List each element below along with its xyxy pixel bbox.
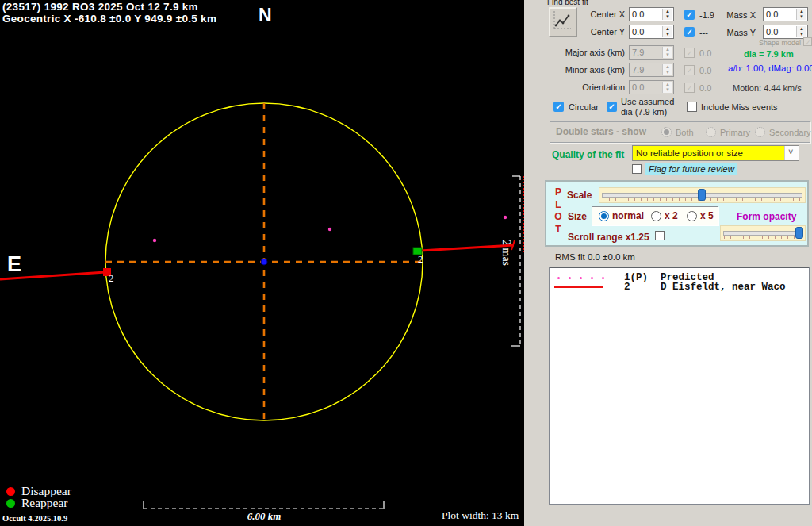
plot-subtitle-geocentric: Geocentric X -610.8 ±0.0 Y 949.9 ±0.5 km (2, 13, 216, 25)
include-miss-checkbox[interactable] (687, 102, 697, 112)
circular-checkbox[interactable] (553, 102, 564, 112)
plot-vertical-label: P L O T (553, 186, 564, 236)
size-normal-radio[interactable] (599, 211, 609, 221)
major-axis-spinner: ▲▼ (662, 47, 672, 58)
size-x2-radio[interactable] (651, 211, 661, 221)
center-x-input[interactable]: 0.0▲▼ (629, 7, 674, 21)
predicted-dot (504, 216, 507, 219)
quality-of-fit-combobox[interactable]: No reliable position or size (632, 145, 799, 161)
minor-axis-adj-value: 0.0 (699, 66, 711, 75)
spin-up-icon: ▲ (797, 26, 806, 32)
spin-down-icon: ▼ (663, 52, 672, 58)
observed-chord-line-icon (554, 286, 603, 288)
mass-x-label: Mass X (722, 10, 756, 20)
double-primary-radio (706, 127, 716, 137)
spin-up-icon: ▲ (663, 26, 672, 32)
scale-label: Scale (567, 190, 592, 201)
observer-listbox[interactable]: 1(P) Predicted 2 D Eisfeldt, near Waco (549, 267, 810, 505)
spin-down-icon: ▼ (663, 87, 672, 93)
center-y-spinner[interactable]: ▲▼ (662, 26, 672, 37)
center-marker (261, 259, 267, 265)
occultation-plot[interactable]: (23517) 1992 RO3 2025 Oct 12 7.9 km Geoc… (0, 0, 524, 526)
size-normal-label: normal (612, 210, 644, 221)
observer-id: 2 (624, 282, 630, 293)
center-y-offset-value: --- (699, 28, 708, 37)
mass-y-spinner[interactable]: ▲▼ (796, 26, 806, 37)
quality-of-fit-label: Quality of the fit (552, 149, 624, 160)
plot-title: (23517) 1992 RO3 2025 Oct 12 7.9 km (2, 1, 198, 13)
fit-chart-icon (552, 10, 573, 32)
mass-y-input[interactable]: 0.0▲▼ (763, 25, 808, 39)
use-assumed-line2: dia (7.9 km) (621, 107, 667, 117)
circular-label: Circular (569, 102, 599, 112)
center-y-label: Center Y (577, 27, 625, 36)
mas-scale-label: 2 mas (500, 240, 512, 266)
scale-slider-thumb[interactable] (698, 189, 706, 201)
spin-up-icon: ▲ (663, 9, 672, 14)
scale-slider[interactable] (599, 187, 806, 203)
plot-controls-box: P L O T Scale Size normal x 2 x 5 Form o… (545, 180, 809, 247)
mass-x-input[interactable]: 0.0▲▼ (763, 7, 808, 21)
spin-up-icon: ▲ (663, 64, 672, 70)
observer-name: D Eisfeldt, near Waco (661, 282, 786, 293)
find-best-fit-button[interactable] (549, 7, 577, 37)
major-axis-label: Major axis (km) (546, 48, 625, 57)
include-miss-label: Include Miss events (701, 102, 778, 112)
shape-model-checkbox[interactable] (803, 37, 812, 46)
motion-readout: Motion: 4.44 km/s (733, 83, 802, 93)
double-secondary-label: Secondary (769, 128, 811, 137)
form-opacity-slider[interactable] (720, 225, 806, 241)
orientation-adj-value: 0.0 (699, 83, 711, 93)
find-best-fit-label: Find best fit (547, 0, 588, 6)
center-x-spinner[interactable]: ▲▼ (662, 9, 672, 20)
use-assumed-dia-checkbox[interactable] (607, 102, 617, 112)
center-x-label: Center X (577, 10, 625, 19)
orientation-input: 0.0▲▼ (629, 80, 674, 94)
major-axis-input: 7.9▲▼ (629, 45, 674, 60)
size-option-group: normal x 2 x 5 (592, 206, 718, 225)
quality-of-fit-value: No reliable position or size (636, 148, 743, 158)
legend-reappear-label: Reappear (21, 496, 68, 510)
scroll-range-checkbox[interactable] (655, 231, 665, 240)
size-x5-radio[interactable] (687, 211, 697, 221)
size-x2-label: x 2 (665, 210, 678, 221)
center-x-checkbox[interactable] (684, 10, 695, 20)
predicted-dot (153, 239, 156, 242)
mass-x-spinner[interactable]: ▲▼ (796, 9, 806, 20)
km-scale-label: 6.00 km (239, 510, 289, 523)
spin-down-icon: ▼ (663, 32, 672, 37)
center-y-input[interactable]: 0.0▲▼ (629, 25, 674, 39)
predicted-dotted-line-icon (557, 277, 613, 279)
fit-control-panel: Find best fit Center X 0.0▲▼ -1.9 Mass X… (524, 0, 812, 526)
orientation-checkbox (684, 83, 695, 93)
plot-canvas (0, 0, 524, 526)
flag-review-checkbox[interactable] (632, 164, 642, 174)
double-stars-groupbox: Double stars - show Both Primary Seconda… (550, 121, 810, 143)
predicted-dot (328, 228, 331, 231)
major-axis-checkbox (684, 48, 695, 58)
opacity-slider-ticks (724, 236, 802, 239)
combo-dropdown-icon[interactable] (784, 146, 799, 160)
major-axis-adj-value: 0.0 (699, 48, 711, 58)
double-both-radio (661, 127, 672, 137)
double-both-label: Both (676, 128, 694, 137)
east-direction-label: E (7, 252, 21, 277)
orientation-label: Orientation (546, 83, 625, 92)
app-version-label: Occult 4.2025.10.9 (2, 514, 67, 523)
reappear-dot-icon (6, 499, 15, 508)
double-secondary-radio (755, 127, 765, 137)
opacity-slider-groove (723, 231, 802, 236)
minor-axis-spinner: ▲▼ (662, 64, 672, 75)
opacity-slider-thumb[interactable] (795, 227, 803, 239)
size-x5-label: x 5 (700, 210, 714, 221)
mas-scalebar (511, 176, 520, 346)
spin-down-icon: ▼ (663, 70, 672, 75)
flag-review-label: Flag for future review (645, 163, 737, 175)
km-scalebar (144, 501, 384, 509)
form-opacity-label: Form opacity (737, 211, 796, 222)
rms-fit-label: RMS fit 0.0 ±0.0 km (555, 252, 635, 262)
center-y-checkbox[interactable] (684, 27, 695, 37)
plot-width-label: Plot width: 13 km (442, 509, 519, 522)
spin-up-icon: ▲ (663, 82, 672, 87)
double-primary-label: Primary (720, 128, 750, 137)
